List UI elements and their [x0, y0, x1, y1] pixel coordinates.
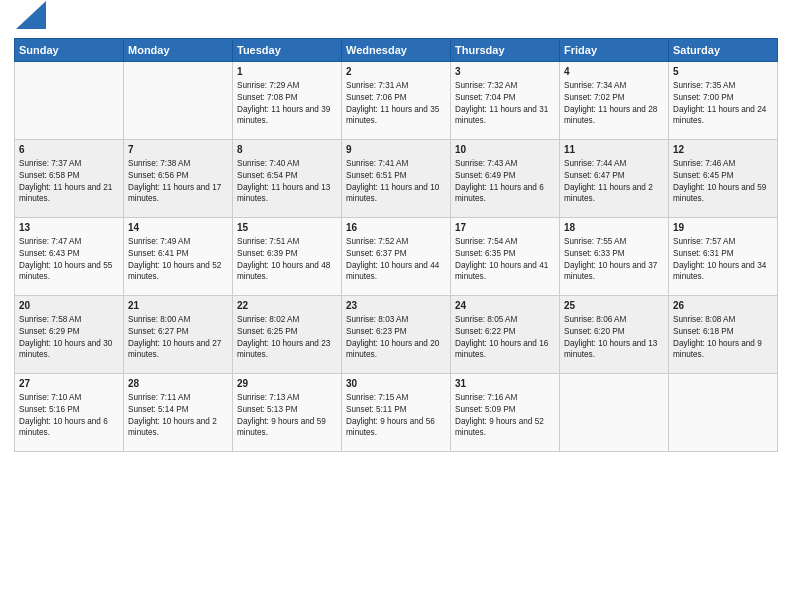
day-number: 31: [455, 377, 555, 391]
calendar-cell: 6Sunrise: 7:37 AM Sunset: 6:58 PM Daylig…: [15, 139, 124, 217]
cell-info: Sunrise: 7:41 AM Sunset: 6:51 PM Dayligh…: [346, 158, 446, 206]
day-number: 20: [19, 299, 119, 313]
calendar-cell: 3Sunrise: 7:32 AM Sunset: 7:04 PM Daylig…: [451, 61, 560, 139]
logo-icon: [16, 1, 46, 29]
day-number: 28: [128, 377, 228, 391]
day-header-tuesday: Tuesday: [233, 38, 342, 61]
calendar-cell: 19Sunrise: 7:57 AM Sunset: 6:31 PM Dayli…: [669, 217, 778, 295]
week-row-4: 27Sunrise: 7:10 AM Sunset: 5:16 PM Dayli…: [15, 373, 778, 451]
cell-info: Sunrise: 7:58 AM Sunset: 6:29 PM Dayligh…: [19, 314, 119, 362]
calendar-cell: 16Sunrise: 7:52 AM Sunset: 6:37 PM Dayli…: [342, 217, 451, 295]
calendar-cell: 30Sunrise: 7:15 AM Sunset: 5:11 PM Dayli…: [342, 373, 451, 451]
day-number: 1: [237, 65, 337, 79]
day-header-monday: Monday: [124, 38, 233, 61]
week-row-0: 1Sunrise: 7:29 AM Sunset: 7:08 PM Daylig…: [15, 61, 778, 139]
day-header-sunday: Sunday: [15, 38, 124, 61]
day-number: 13: [19, 221, 119, 235]
day-number: 29: [237, 377, 337, 391]
cell-info: Sunrise: 8:06 AM Sunset: 6:20 PM Dayligh…: [564, 314, 664, 362]
day-number: 27: [19, 377, 119, 391]
day-number: 8: [237, 143, 337, 157]
cell-info: Sunrise: 8:08 AM Sunset: 6:18 PM Dayligh…: [673, 314, 773, 362]
day-number: 18: [564, 221, 664, 235]
calendar-cell: 10Sunrise: 7:43 AM Sunset: 6:49 PM Dayli…: [451, 139, 560, 217]
cell-info: Sunrise: 7:29 AM Sunset: 7:08 PM Dayligh…: [237, 80, 337, 128]
day-number: 6: [19, 143, 119, 157]
logo: [14, 10, 46, 30]
day-number: 2: [346, 65, 446, 79]
cell-info: Sunrise: 7:34 AM Sunset: 7:02 PM Dayligh…: [564, 80, 664, 128]
day-header-wednesday: Wednesday: [342, 38, 451, 61]
day-number: 10: [455, 143, 555, 157]
calendar-cell: 27Sunrise: 7:10 AM Sunset: 5:16 PM Dayli…: [15, 373, 124, 451]
cell-info: Sunrise: 7:16 AM Sunset: 5:09 PM Dayligh…: [455, 392, 555, 440]
calendar-cell: 5Sunrise: 7:35 AM Sunset: 7:00 PM Daylig…: [669, 61, 778, 139]
day-number: 9: [346, 143, 446, 157]
day-number: 7: [128, 143, 228, 157]
day-header-saturday: Saturday: [669, 38, 778, 61]
day-number: 25: [564, 299, 664, 313]
day-number: 17: [455, 221, 555, 235]
day-number: 26: [673, 299, 773, 313]
cell-info: Sunrise: 7:11 AM Sunset: 5:14 PM Dayligh…: [128, 392, 228, 440]
cell-info: Sunrise: 7:40 AM Sunset: 6:54 PM Dayligh…: [237, 158, 337, 206]
header: [14, 10, 778, 30]
day-number: 4: [564, 65, 664, 79]
calendar-cell: 20Sunrise: 7:58 AM Sunset: 6:29 PM Dayli…: [15, 295, 124, 373]
day-number: 19: [673, 221, 773, 235]
cell-info: Sunrise: 8:05 AM Sunset: 6:22 PM Dayligh…: [455, 314, 555, 362]
calendar-cell: 14Sunrise: 7:49 AM Sunset: 6:41 PM Dayli…: [124, 217, 233, 295]
main-container: SundayMondayTuesdayWednesdayThursdayFrid…: [0, 0, 792, 460]
day-number: 22: [237, 299, 337, 313]
calendar-cell: 4Sunrise: 7:34 AM Sunset: 7:02 PM Daylig…: [560, 61, 669, 139]
cell-info: Sunrise: 7:35 AM Sunset: 7:00 PM Dayligh…: [673, 80, 773, 128]
calendar-cell: 15Sunrise: 7:51 AM Sunset: 6:39 PM Dayli…: [233, 217, 342, 295]
calendar-cell: 2Sunrise: 7:31 AM Sunset: 7:06 PM Daylig…: [342, 61, 451, 139]
cell-info: Sunrise: 7:57 AM Sunset: 6:31 PM Dayligh…: [673, 236, 773, 284]
calendar-cell: 25Sunrise: 8:06 AM Sunset: 6:20 PM Dayli…: [560, 295, 669, 373]
day-number: 12: [673, 143, 773, 157]
cell-info: Sunrise: 7:47 AM Sunset: 6:43 PM Dayligh…: [19, 236, 119, 284]
day-number: 11: [564, 143, 664, 157]
day-header-thursday: Thursday: [451, 38, 560, 61]
days-header-row: SundayMondayTuesdayWednesdayThursdayFrid…: [15, 38, 778, 61]
calendar-cell: 12Sunrise: 7:46 AM Sunset: 6:45 PM Dayli…: [669, 139, 778, 217]
day-number: 16: [346, 221, 446, 235]
cell-info: Sunrise: 8:02 AM Sunset: 6:25 PM Dayligh…: [237, 314, 337, 362]
week-row-3: 20Sunrise: 7:58 AM Sunset: 6:29 PM Dayli…: [15, 295, 778, 373]
cell-info: Sunrise: 7:13 AM Sunset: 5:13 PM Dayligh…: [237, 392, 337, 440]
cell-info: Sunrise: 8:00 AM Sunset: 6:27 PM Dayligh…: [128, 314, 228, 362]
day-number: 23: [346, 299, 446, 313]
cell-info: Sunrise: 7:10 AM Sunset: 5:16 PM Dayligh…: [19, 392, 119, 440]
cell-info: Sunrise: 7:31 AM Sunset: 7:06 PM Dayligh…: [346, 80, 446, 128]
calendar-cell: 31Sunrise: 7:16 AM Sunset: 5:09 PM Dayli…: [451, 373, 560, 451]
calendar-cell: 8Sunrise: 7:40 AM Sunset: 6:54 PM Daylig…: [233, 139, 342, 217]
cell-info: Sunrise: 7:52 AM Sunset: 6:37 PM Dayligh…: [346, 236, 446, 284]
cell-info: Sunrise: 7:55 AM Sunset: 6:33 PM Dayligh…: [564, 236, 664, 284]
calendar-cell: 9Sunrise: 7:41 AM Sunset: 6:51 PM Daylig…: [342, 139, 451, 217]
cell-info: Sunrise: 7:32 AM Sunset: 7:04 PM Dayligh…: [455, 80, 555, 128]
cell-info: Sunrise: 7:49 AM Sunset: 6:41 PM Dayligh…: [128, 236, 228, 284]
cell-info: Sunrise: 7:54 AM Sunset: 6:35 PM Dayligh…: [455, 236, 555, 284]
calendar-cell: 11Sunrise: 7:44 AM Sunset: 6:47 PM Dayli…: [560, 139, 669, 217]
day-number: 21: [128, 299, 228, 313]
calendar-cell: [560, 373, 669, 451]
calendar-cell: [15, 61, 124, 139]
calendar-cell: 1Sunrise: 7:29 AM Sunset: 7:08 PM Daylig…: [233, 61, 342, 139]
day-number: 5: [673, 65, 773, 79]
cell-info: Sunrise: 7:38 AM Sunset: 6:56 PM Dayligh…: [128, 158, 228, 206]
calendar-table: SundayMondayTuesdayWednesdayThursdayFrid…: [14, 38, 778, 452]
cell-info: Sunrise: 7:43 AM Sunset: 6:49 PM Dayligh…: [455, 158, 555, 206]
calendar-cell: [669, 373, 778, 451]
calendar-cell: 29Sunrise: 7:13 AM Sunset: 5:13 PM Dayli…: [233, 373, 342, 451]
day-number: 3: [455, 65, 555, 79]
cell-info: Sunrise: 7:51 AM Sunset: 6:39 PM Dayligh…: [237, 236, 337, 284]
day-header-friday: Friday: [560, 38, 669, 61]
week-row-1: 6Sunrise: 7:37 AM Sunset: 6:58 PM Daylig…: [15, 139, 778, 217]
svg-marker-0: [16, 1, 46, 29]
calendar-cell: 23Sunrise: 8:03 AM Sunset: 6:23 PM Dayli…: [342, 295, 451, 373]
calendar-cell: 22Sunrise: 8:02 AM Sunset: 6:25 PM Dayli…: [233, 295, 342, 373]
calendar-cell: 26Sunrise: 8:08 AM Sunset: 6:18 PM Dayli…: [669, 295, 778, 373]
day-number: 14: [128, 221, 228, 235]
calendar-cell: 13Sunrise: 7:47 AM Sunset: 6:43 PM Dayli…: [15, 217, 124, 295]
